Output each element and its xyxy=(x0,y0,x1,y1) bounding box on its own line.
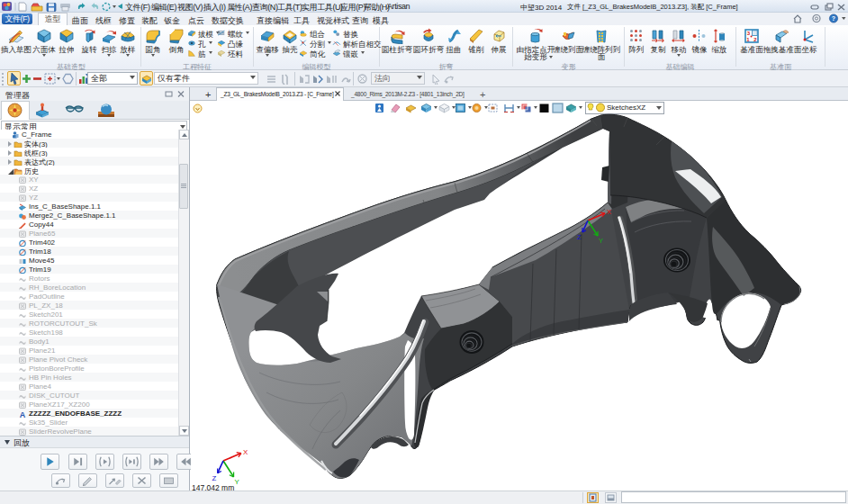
svg-text:?: ? xyxy=(832,15,835,22)
svg-text:147.042 mm: 147.042 mm xyxy=(192,483,234,490)
svg-text:Z: Z xyxy=(212,474,216,482)
svg-text:X: X xyxy=(607,208,611,216)
svg-text:Y: Y xyxy=(235,478,240,486)
svg-text:X: X xyxy=(243,448,248,456)
svg-text:Y: Y xyxy=(599,237,603,245)
svg-text:Z: Z xyxy=(577,233,582,241)
